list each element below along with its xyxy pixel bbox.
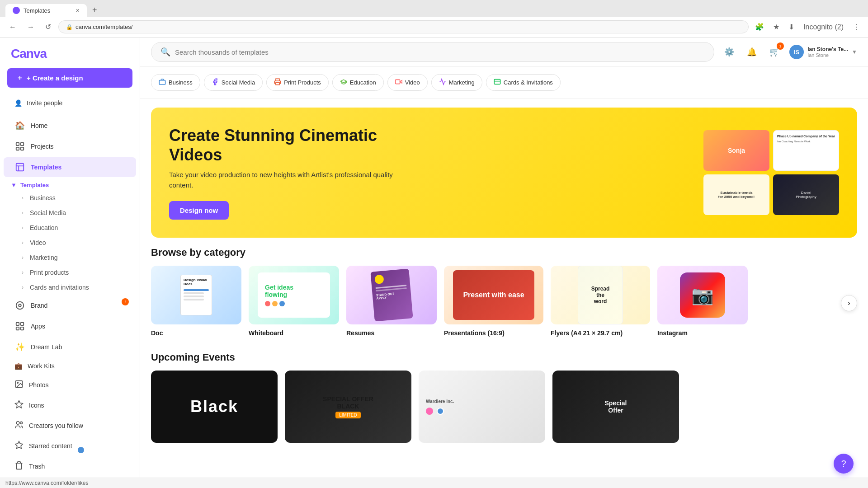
- user-menu[interactable]: IS Ian Stone's Te... Ian Stone ▼: [789, 45, 857, 59]
- menu-button[interactable]: ⋮: [850, 21, 863, 33]
- sidebar-item-apps[interactable]: Apps: [4, 316, 136, 336]
- sidebar-item-projects[interactable]: Projects: [4, 136, 136, 156]
- svg-point-8: [19, 304, 21, 307]
- help-button[interactable]: ?: [834, 454, 854, 474]
- sidebar-item-brand[interactable]: Brand !: [4, 296, 136, 315]
- templates-section-header[interactable]: ▼ Templates: [0, 178, 140, 190]
- sidebar-sub-item-cards[interactable]: › Cards and invitations: [4, 280, 136, 295]
- sidebar-sub-item-print[interactable]: › Print products: [4, 265, 136, 280]
- sidebar-item-workkits[interactable]: 💼 Work Kits: [4, 358, 136, 374]
- sidebar-item-home[interactable]: 🏠 Home: [4, 116, 136, 136]
- sidebar-item-creators[interactable]: Creators you follow: [4, 416, 136, 435]
- new-tab-button[interactable]: +: [89, 4, 101, 17]
- sidebar-item-trash[interactable]: Trash: [4, 456, 136, 476]
- category-card-instagram[interactable]: 📷 Instagram: [657, 266, 748, 337]
- chevron-right-icon: ›: [22, 225, 24, 231]
- sub-marketing-label: Marketing: [30, 254, 57, 261]
- cart-badge: 1: [777, 42, 784, 50]
- sidebar-sub-item-marketing[interactable]: › Marketing: [4, 250, 136, 265]
- svg-point-7: [16, 302, 24, 310]
- marketing-filter-label: Marketing: [449, 79, 475, 86]
- sidebar-sub-item-business[interactable]: › Business: [4, 191, 136, 205]
- event-card-2[interactable]: SPECIAL OFFERBLACK LIMITED: [285, 371, 411, 443]
- filter-chip-social[interactable]: Social Media: [204, 74, 263, 91]
- category-card-flyers[interactable]: Spreadtheword Flyers (A4 21 × 29.7 cm): [551, 266, 650, 337]
- notifications-button[interactable]: 🔔: [744, 44, 760, 60]
- search-bar[interactable]: 🔍: [151, 42, 714, 62]
- sidebar-item-dreamlab[interactable]: ✨ Dream Lab: [4, 337, 136, 357]
- filter-chip-cards[interactable]: Cards & Invitations: [486, 74, 561, 91]
- sidebar-navigation: 🏠 Home Projects Templates ▼ Templates: [0, 115, 140, 478]
- svg-rect-0: [16, 143, 19, 145]
- sidebar-sub-item-social[interactable]: › Social Media: [4, 206, 136, 220]
- favorites-button[interactable]: ★: [770, 21, 782, 33]
- user-info: Ian Stone's Te... Ian Stone: [807, 46, 848, 58]
- tab-close-button[interactable]: ×: [76, 7, 80, 14]
- doc-label: Doc: [151, 329, 163, 337]
- business-filter-icon: [159, 78, 166, 87]
- projects-icon: [14, 141, 25, 152]
- svg-rect-20: [276, 82, 279, 84]
- create-design-button[interactable]: ＋ + Create a design: [7, 68, 132, 88]
- status-bar: https://www.canva.com/folder/likes: [0, 478, 868, 488]
- status-url: https://www.canva.com/folder/likes: [5, 480, 88, 486]
- lock-icon: 🔒: [66, 24, 73, 30]
- invite-label: Invite people: [27, 99, 62, 107]
- settings-button[interactable]: ⚙️: [722, 44, 737, 60]
- sidebar-sub-item-education[interactable]: › Education: [4, 221, 136, 235]
- sidebar-item-icons[interactable]: Icons: [4, 395, 136, 415]
- category-card-doc[interactable]: Design Visual Docs Doc: [151, 266, 241, 337]
- svg-rect-22: [395, 80, 400, 84]
- sub-cards-label: Cards and invitations: [30, 284, 89, 291]
- filter-chip-business[interactable]: Business: [151, 74, 200, 91]
- filter-chip-print[interactable]: Print Products: [266, 74, 329, 91]
- templates-label: Templates: [31, 164, 125, 171]
- incognito-button[interactable]: Incognito (2): [801, 21, 846, 33]
- cards-filter-icon: [494, 78, 501, 87]
- instagram-image: 📷: [657, 266, 748, 324]
- svg-rect-1: [21, 143, 24, 145]
- hero-images: Sonja Phase Up named Company of the Year…: [703, 130, 839, 215]
- search-input[interactable]: [175, 48, 705, 56]
- hero-cta-button[interactable]: Design now: [169, 201, 229, 220]
- flyers-label: Flyers (A4 21 × 29.7 cm): [551, 329, 623, 337]
- filter-chip-education[interactable]: Education: [332, 74, 384, 91]
- cart-button[interactable]: 🛒 1: [767, 44, 782, 60]
- browser-tab-active[interactable]: Templates ×: [5, 4, 87, 17]
- refresh-button[interactable]: ↺: [42, 21, 55, 33]
- event-card-1[interactable]: Black: [151, 371, 278, 443]
- event-2-text: SPECIAL OFFERBLACK: [323, 395, 373, 410]
- hero-image-4: DanielPhotography: [773, 174, 839, 215]
- starred-label: Starred content: [29, 442, 72, 450]
- category-card-resumes[interactable]: STAND OUTAPPLY Resumes: [346, 266, 437, 337]
- category-card-whiteboard[interactable]: Get ideas flowing Whiteboard: [249, 266, 339, 337]
- sub-social-label: Social Media: [30, 209, 66, 216]
- download-button[interactable]: ⬇: [786, 21, 797, 33]
- back-button[interactable]: ←: [5, 21, 20, 33]
- url-bar[interactable]: 🔒 canva.com/templates/: [58, 20, 749, 33]
- invite-people-button[interactable]: 👤 Invite people: [7, 95, 132, 111]
- category-card-presentations[interactable]: Present with ease Presentations (16:9): [444, 266, 543, 337]
- filter-chip-video[interactable]: Video: [387, 74, 428, 91]
- filter-chip-marketing[interactable]: Marketing: [431, 74, 482, 91]
- instagram-label: Instagram: [657, 329, 688, 337]
- event-3-content: Wardiere Inc.: [419, 392, 545, 422]
- sidebar-item-templates[interactable]: Templates: [4, 157, 136, 177]
- scroll-right-button[interactable]: ›: [841, 295, 857, 311]
- svg-point-16: [16, 422, 19, 425]
- category-scroll-container: Design Visual Docs Doc: [151, 266, 857, 341]
- templates-icon: [14, 162, 25, 173]
- projects-label: Projects: [31, 143, 125, 150]
- forward-button[interactable]: →: [24, 21, 38, 33]
- event-card-4[interactable]: SpecialOffer: [552, 371, 679, 443]
- presentations-label: Presentations (16:9): [444, 329, 505, 337]
- browser-controls: ← → ↺ 🔒 canva.com/templates/ 🧩 ★ ⬇ Incog…: [0, 17, 868, 38]
- sidebar-item-photos[interactable]: Photos: [4, 375, 136, 394]
- templates-section-label: Templates: [20, 182, 49, 188]
- sidebar-sub-item-video[interactable]: › Video: [4, 235, 136, 250]
- event-card-3[interactable]: Wardiere Inc.: [419, 371, 545, 443]
- category-grid: Design Visual Docs Doc: [151, 266, 857, 341]
- icons-label: Icons: [29, 402, 44, 409]
- extensions-button[interactable]: 🧩: [752, 21, 767, 33]
- sidebar-item-starred[interactable]: Starred content: [4, 436, 136, 455]
